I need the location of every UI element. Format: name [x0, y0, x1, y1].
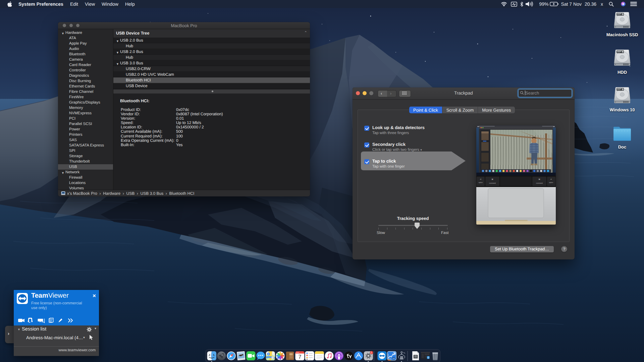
- svg-text:NOV: NOV: [297, 352, 300, 354]
- svg-text:command: command: [489, 182, 496, 184]
- svg-text:option: option: [479, 182, 483, 183]
- svg-text:option: option: [549, 182, 553, 183]
- svg-text:command: command: [536, 182, 543, 184]
- svg-text:⌘: ⌘: [538, 178, 540, 181]
- svg-text:1: 1: [371, 351, 372, 354]
- svg-text:⌘: ⌘: [491, 178, 493, 181]
- svg-text:intel: intel: [392, 358, 395, 360]
- svg-text:7: 7: [298, 354, 301, 360]
